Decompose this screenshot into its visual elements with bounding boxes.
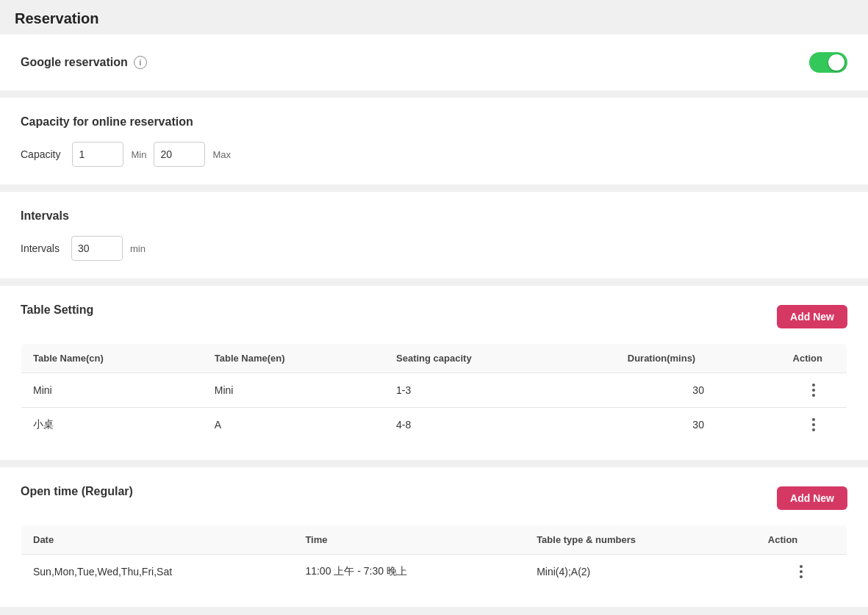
col-ot-action: Action — [756, 525, 847, 555]
open-time-add-new-button[interactable]: Add New — [777, 486, 847, 510]
google-reservation-label: Google reservation i — [21, 56, 147, 69]
intervals-section: Intervals Intervals min — [0, 192, 868, 278]
open-time-table: Date Time Table type & numbers Action Su… — [21, 525, 847, 589]
table-setting-header: Table Setting Add New — [21, 303, 847, 330]
toggle-track[interactable] — [809, 52, 847, 73]
col-time: Time — [293, 525, 525, 555]
table-row: Mini Mini 1-3 30 — [21, 373, 847, 408]
cell-duration: 30 — [616, 408, 781, 442]
capacity-min-input[interactable] — [72, 142, 123, 167]
toggle-thumb — [828, 54, 844, 71]
cell-name-en: A — [203, 408, 384, 442]
cell-time: 11:00 上午 - 7:30 晚上 — [293, 555, 525, 589]
capacity-max-input[interactable] — [154, 142, 205, 167]
table-setting-add-new-button[interactable]: Add New — [777, 305, 847, 328]
open-time-heading: Open time (Regular) — [21, 485, 133, 498]
page-title: Reservation — [15, 10, 853, 27]
cell-seating: 4-8 — [384, 408, 616, 442]
cell-name-en: Mini — [203, 373, 384, 408]
cell-table-type: Mini(4);A(2) — [525, 555, 756, 589]
table-setting-heading: Table Setting — [21, 303, 93, 317]
cell-name-cn: 小桌 — [21, 408, 203, 442]
col-duration: Duration(mins) — [616, 344, 781, 373]
google-reservation-text: Google reservation — [21, 56, 128, 69]
cell-name-cn: Mini — [21, 373, 203, 408]
capacity-row: Capacity Min Max — [21, 142, 847, 167]
table-setting-header-row: Table Name(cn) Table Name(en) Seating ca… — [21, 344, 847, 373]
col-table-name-cn: Table Name(cn) — [21, 344, 203, 373]
intervals-input[interactable] — [71, 236, 123, 261]
open-time-header: Open time (Regular) Add New — [21, 485, 847, 511]
open-time-row: Sun,Mon,Tue,Wed,Thu,Fri,Sat 11:00 上午 - 7… — [21, 555, 847, 589]
col-table-type: Table type & numbers — [525, 525, 756, 555]
info-icon[interactable]: i — [134, 56, 147, 69]
cell-action[interactable] — [781, 408, 847, 442]
col-date: Date — [21, 525, 294, 555]
table-setting-section: Table Setting Add New Table Name(cn) Tab… — [0, 286, 868, 460]
more-options-icon[interactable] — [805, 418, 822, 431]
more-options-icon[interactable] — [792, 565, 810, 578]
cell-action[interactable] — [781, 373, 847, 408]
intervals-row: Intervals min — [21, 236, 847, 261]
google-reservation-row: Google reservation i — [21, 52, 847, 73]
max-label: Max — [212, 149, 231, 160]
cell-ot-action[interactable] — [756, 555, 847, 589]
open-time-header-row: Date Time Table type & numbers Action — [21, 525, 847, 555]
table-setting-table: Table Name(cn) Table Name(en) Seating ca… — [21, 343, 847, 442]
more-options-icon[interactable] — [805, 384, 822, 397]
cell-seating: 1-3 — [384, 373, 616, 408]
intervals-unit: min — [130, 243, 146, 254]
google-reservation-section: Google reservation i — [0, 35, 868, 90]
intervals-label: Intervals — [21, 242, 60, 254]
capacity-heading: Capacity for online reservation — [21, 115, 847, 129]
open-time-section: Open time (Regular) Add New Date Time Ta… — [0, 467, 868, 607]
col-seating-capacity: Seating capacity — [384, 344, 616, 373]
capacity-section: Capacity for online reservation Capacity… — [0, 98, 868, 184]
google-reservation-toggle[interactable] — [809, 52, 847, 73]
min-label: Min — [131, 149, 146, 160]
cell-date: Sun,Mon,Tue,Wed,Thu,Fri,Sat — [21, 555, 294, 589]
cell-duration: 30 — [616, 373, 781, 408]
table-row: 小桌 A 4-8 30 — [21, 408, 847, 442]
intervals-heading: Intervals — [21, 209, 847, 223]
capacity-label: Capacity — [21, 148, 60, 160]
col-action: Action — [781, 344, 847, 373]
col-table-name-en: Table Name(en) — [203, 344, 384, 373]
